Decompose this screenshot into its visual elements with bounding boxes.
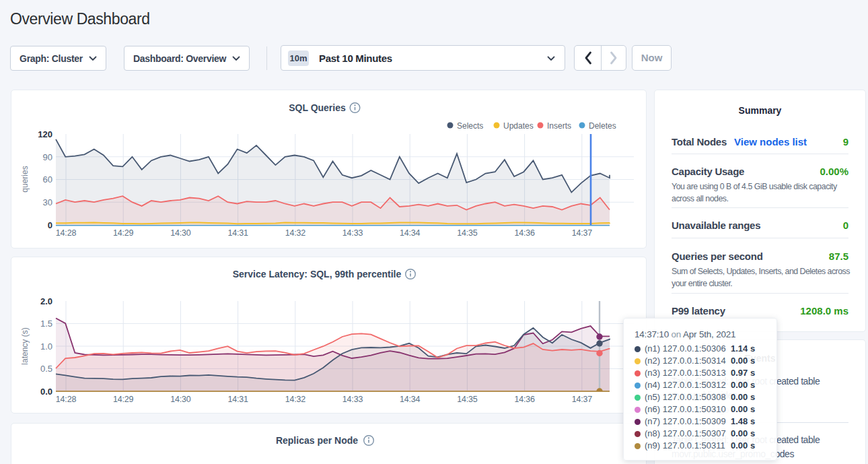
svg-text:Inserts: Inserts xyxy=(547,121,571,131)
svg-text:0.5: 0.5 xyxy=(40,364,52,374)
svg-text:14:30: 14:30 xyxy=(170,395,191,404)
svg-text:14:31: 14:31 xyxy=(227,228,248,238)
svg-text:14:34: 14:34 xyxy=(400,228,421,238)
svg-text:14:36: 14:36 xyxy=(514,395,535,404)
svg-text:Deletes: Deletes xyxy=(589,121,616,131)
svg-text:0: 0 xyxy=(48,220,52,230)
svg-text:14:28: 14:28 xyxy=(56,395,77,404)
svg-text:14:29: 14:29 xyxy=(113,228,134,238)
svg-text:14:33: 14:33 xyxy=(342,395,363,404)
svg-text:14:35: 14:35 xyxy=(457,395,478,404)
svg-text:1.0: 1.0 xyxy=(40,341,52,352)
svg-text:0.0: 0.0 xyxy=(40,387,52,397)
svg-text:14:32: 14:32 xyxy=(285,395,306,404)
svg-text:queries: queries xyxy=(20,166,30,192)
svg-text:30: 30 xyxy=(43,197,52,207)
svg-text:14:29: 14:29 xyxy=(113,395,134,404)
svg-text:14:31: 14:31 xyxy=(227,395,248,404)
svg-text:1.5: 1.5 xyxy=(40,319,52,329)
svg-text:Selects: Selects xyxy=(457,121,483,131)
svg-text:120: 120 xyxy=(38,129,52,139)
svg-text:60: 60 xyxy=(43,174,52,185)
svg-text:Service Latency: SQL, 99th per: Service Latency: SQL, 99th percentile xyxy=(233,269,402,279)
svg-text:14:37: 14:37 xyxy=(572,228,593,238)
svg-text:SQL Queries: SQL Queries xyxy=(289,102,346,113)
svg-text:latency (s): latency (s) xyxy=(20,327,30,364)
svg-text:14:30: 14:30 xyxy=(170,228,191,238)
svg-text:Updates: Updates xyxy=(503,121,534,131)
svg-text:14:35: 14:35 xyxy=(457,228,478,238)
svg-text:90: 90 xyxy=(43,152,52,162)
svg-text:14:28: 14:28 xyxy=(56,228,77,238)
svg-text:14:34: 14:34 xyxy=(400,395,421,404)
svg-text:14:36: 14:36 xyxy=(514,228,535,238)
svg-text:14:37: 14:37 xyxy=(572,395,593,404)
svg-text:14:32: 14:32 xyxy=(285,228,306,238)
svg-text:Replicas per Node: Replicas per Node xyxy=(276,435,358,446)
svg-text:14:33: 14:33 xyxy=(342,228,363,238)
svg-text:2.0: 2.0 xyxy=(40,296,52,306)
